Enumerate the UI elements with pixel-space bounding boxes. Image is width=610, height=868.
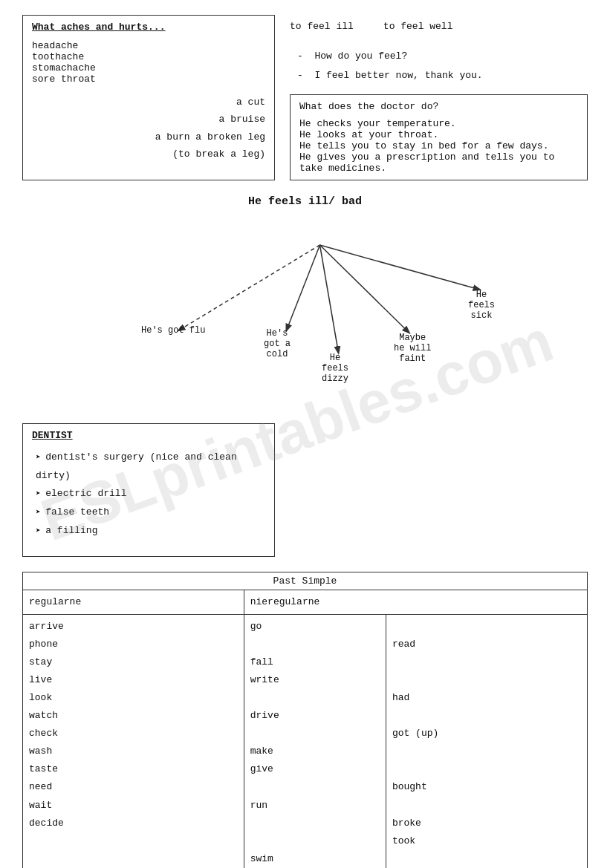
doctor-line-1: He checks your temperature. — [299, 118, 578, 129]
doctor-line-5: take medicines. — [299, 163, 578, 174]
table-header: Past Simple — [23, 572, 588, 590]
list-item: headache — [32, 40, 265, 51]
col2-header: nieregularne — [244, 590, 587, 615]
list-item: stomachache — [32, 62, 265, 74]
right-section: to feel ill to feel well - How do you fe… — [290, 15, 588, 180]
list-item: toothache — [32, 51, 265, 62]
dentist-list: dentist's surgery (nice and clean dirty)… — [32, 448, 265, 540]
list-item: a filling — [32, 522, 265, 541]
doctor-line-2: He looks at your throat. — [299, 129, 578, 140]
lower-section: DENTIST dentist's surgery (nice and clea… — [22, 423, 588, 557]
feel-ill: to feel ill — [290, 21, 354, 32]
list-item: (to break a leg) — [32, 146, 265, 163]
list-item: a bruise — [32, 111, 265, 128]
dialogue: - How do you feel? - I feel better now, … — [290, 47, 588, 85]
feel-well: to feel well — [383, 21, 453, 32]
diagram-area: He's got flu He'sgot acold Hefeelsdizzy … — [22, 215, 588, 408]
aches-right-list: a cut a bruise a burn a broken leg (to b… — [32, 94, 265, 163]
aches-title: What aches and hurts... — [32, 22, 265, 33]
list-item: sore throat — [32, 74, 265, 85]
svg-line-1 — [287, 245, 320, 330]
doctor-box: What does the doctor do? He checks your … — [290, 94, 588, 180]
list-item: electric drill — [32, 485, 265, 503]
doctor-line-4: He gives you a prescription and tells yo… — [299, 151, 578, 163]
feel-phrases: to feel ill to feel well — [290, 15, 588, 38]
top-section: What aches and hurts... headache toothac… — [22, 15, 588, 180]
past-simple-col1: arrive phone stay live look watch check … — [23, 615, 244, 868]
list-item: a burn a broken leg — [32, 128, 265, 146]
diagram-svg — [22, 215, 588, 408]
svg-line-4 — [320, 245, 480, 290]
past-simple-col2a: go fall write drive make give run swim — [244, 615, 386, 868]
past-simple-table: Past Simple regularne nieregularne arriv… — [22, 572, 588, 868]
list-item: a cut — [32, 94, 265, 111]
diagram-title: He feels ill/ bad — [22, 195, 588, 208]
doctor-title: What does the doctor do? — [299, 101, 578, 112]
dentist-box: DENTIST dentist's surgery (nice and clea… — [22, 423, 275, 557]
node-flu: He's got flu — [141, 325, 205, 336]
node-cold: He'sgot acold — [264, 328, 291, 359]
dentist-title: DENTIST — [32, 430, 265, 441]
diagram-section: He feels ill/ bad He — [22, 195, 588, 408]
svg-line-0 — [179, 245, 320, 330]
node-faint: Maybehe willfaint — [394, 333, 431, 364]
col1-header: regularne — [23, 590, 244, 615]
dialogue-line-1: - How do you feel? — [290, 47, 588, 66]
node-sick: Hefeelssick — [468, 290, 495, 321]
aches-left-list: headache toothache stomachache sore thro… — [32, 40, 265, 85]
list-item: dentist's surgery (nice and clean dirty) — [32, 448, 265, 485]
dialogue-line-2: - I feel better now, thank you. — [290, 66, 588, 85]
aches-box: What aches and hurts... headache toothac… — [22, 15, 275, 180]
list-item: false teeth — [32, 503, 265, 522]
past-simple-col2b: read had got (up) bought broke took — [386, 615, 587, 868]
node-dizzy: Hefeelsdizzy — [322, 353, 348, 384]
doctor-line-3: He tells you to stay in bed for a few da… — [299, 140, 578, 151]
